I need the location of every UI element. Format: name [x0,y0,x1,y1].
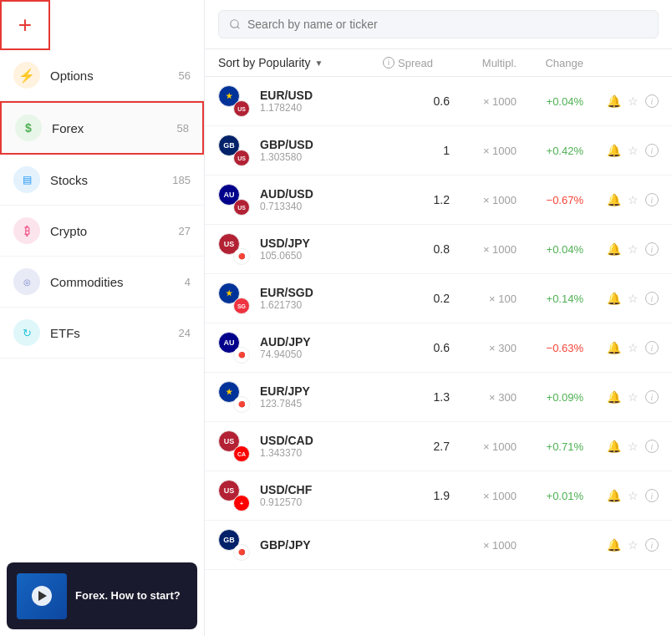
sidebar-item-count: 58 [177,122,189,135]
sidebar-item-stocks[interactable]: ▤ Stocks 185 [0,155,204,206]
star-icon[interactable]: ☆ [628,489,639,502]
pair-price: 123.7845 [260,398,383,410]
info-icon[interactable]: i [645,390,659,404]
bell-icon[interactable]: 🔔 [607,144,621,157]
table-row[interactable]: ★🔴EUR/JPY123.78451.3× 300+0.09% 🔔 ☆ i [205,373,672,422]
bell-icon[interactable]: 🔔 [607,440,621,453]
info-icon[interactable]: i [645,242,659,256]
row-actions: 🔔 ☆ i [583,94,659,108]
star-icon[interactable]: ☆ [628,341,639,354]
sidebar-item-label: Commodities [50,275,185,289]
pair-price: 1.178240 [260,102,383,114]
pair-name: AUD/USD [260,187,383,201]
bell-icon[interactable]: 🔔 [607,390,621,404]
pair-price: 0.713340 [260,201,383,212]
pair-flags: US🔴 [218,233,250,265]
table-row[interactable]: GBUSGBP/USD1.3035801× 1000+0.42% 🔔 ☆ i [205,126,672,176]
star-icon[interactable]: ☆ [628,440,639,453]
video-banner[interactable]: Forex. How to start? [7,562,197,629]
pair-flags: AU🔴 [218,332,250,364]
bell-icon[interactable]: 🔔 [607,94,621,108]
star-icon[interactable]: ☆ [628,292,639,305]
row-actions: 🔔 ☆ i [583,440,659,453]
spread-value: 1.9 [383,489,450,502]
spread-info-icon[interactable]: i [383,57,395,69]
search-input-wrap [218,10,659,38]
sidebar: + ⚡ Options 56 $ Forex 58 ▤ Stocks 185 ₿… [0,0,205,636]
pair-price: 1.621730 [260,299,383,311]
bell-icon[interactable]: 🔔 [607,538,621,552]
change-value: +0.14% [517,293,583,305]
table-row[interactable]: AUUSAUD/USD0.7133401.2× 1000−0.67% 🔔 ☆ i [205,176,672,225]
info-icon[interactable]: i [645,538,659,552]
sidebar-item-label: Forex [52,121,177,135]
star-icon[interactable]: ☆ [628,94,639,108]
pair-info: EUR/JPY123.7845 [260,384,383,410]
info-icon[interactable]: i [645,341,659,354]
table-row[interactable]: ★USEUR/USD1.1782400.6× 1000+0.04% 🔔 ☆ i [205,77,672,126]
pair-name: EUR/JPY [260,384,383,398]
star-icon[interactable]: ☆ [628,390,639,404]
pair-flags: AUUS [218,184,250,216]
column-headers: i Spread Multipl. Change [383,57,659,69]
add-button[interactable]: + [0,0,50,50]
row-actions: 🔔 ☆ i [583,292,659,305]
star-icon[interactable]: ☆ [628,242,639,256]
sidebar-item-forex[interactable]: $ Forex 58 [0,101,204,155]
multiplier-value: × 300 [450,391,517,404]
video-thumbnail [17,573,67,619]
search-input[interactable] [247,18,648,31]
pair-flags: ★SG [218,282,250,314]
sidebar-item-etfs[interactable]: ↻ ETFs 24 [0,308,204,359]
pair-name: USD/CHF [260,483,383,496]
sidebar-item-options[interactable]: ⚡ Options 56 [0,50,204,101]
bell-icon[interactable]: 🔔 [607,341,621,354]
change-value: +0.42% [517,145,583,157]
sidebar-item-count: 56 [179,69,191,82]
star-icon[interactable]: ☆ [628,144,639,157]
bell-icon[interactable]: 🔔 [607,489,621,502]
info-icon[interactable]: i [645,193,659,206]
bell-icon[interactable]: 🔔 [607,242,621,256]
change-value: +0.01% [517,490,583,502]
info-icon[interactable]: i [645,440,659,453]
pair-name: USD/CAD [260,434,383,447]
sidebar-item-commodities[interactable]: ◎ Commodities 4 [0,257,204,308]
sidebar-item-crypto[interactable]: ₿ Crypto 27 [0,206,204,257]
info-icon[interactable]: i [645,292,659,305]
search-bar [205,0,672,49]
sidebar-item-label: ETFs [50,326,179,340]
bell-icon[interactable]: 🔔 [607,292,621,305]
table-row[interactable]: AU🔴AUD/JPY74.940500.6× 300−0.63% 🔔 ☆ i [205,323,672,373]
forex-icon: $ [15,114,42,141]
info-icon[interactable]: i [645,489,659,502]
info-icon[interactable]: i [645,94,659,108]
change-value: −0.63% [517,342,583,354]
row-actions: 🔔 ☆ i [583,538,659,552]
forex-rows: ★USEUR/USD1.1782400.6× 1000+0.04% 🔔 ☆ i … [205,77,672,636]
table-row[interactable]: US🔴USD/JPY105.06500.8× 1000+0.04% 🔔 ☆ i [205,225,672,274]
sort-label: Sort by Popularity [218,56,311,69]
sidebar-item-label: Crypto [50,224,179,238]
multiplier-value: × 300 [450,342,517,354]
star-icon[interactable]: ☆ [628,538,639,552]
play-icon [38,591,47,601]
sidebar-item-label: Options [50,69,179,83]
row-actions: 🔔 ☆ i [583,193,659,206]
multiplier-value: × 1000 [450,539,517,552]
table-row[interactable]: US+USD/CHF0.9125701.9× 1000+0.01% 🔔 ☆ i [205,471,672,521]
play-button[interactable] [32,586,52,606]
commodities-icon: ◎ [13,268,40,295]
table-row[interactable]: ★SGEUR/SGD1.6217300.2× 100+0.14% 🔔 ☆ i [205,274,672,323]
spread-value: 2.7 [383,440,450,453]
search-icon [229,18,241,30]
info-icon[interactable]: i [645,144,659,157]
col-spread-header: i Spread [383,57,450,69]
bell-icon[interactable]: 🔔 [607,193,621,206]
sort-button[interactable]: Sort by Popularity ▼ [218,56,323,69]
table-row[interactable]: GB🔴GBP/JPY× 1000 🔔 ☆ i [205,521,672,570]
table-row[interactable]: USCAUSD/CAD1.3433702.7× 1000+0.71% 🔔 ☆ i [205,422,672,471]
star-icon[interactable]: ☆ [628,193,639,206]
pair-info: AUD/USD0.713340 [260,187,383,212]
video-title: Forex. How to start? [75,589,181,603]
